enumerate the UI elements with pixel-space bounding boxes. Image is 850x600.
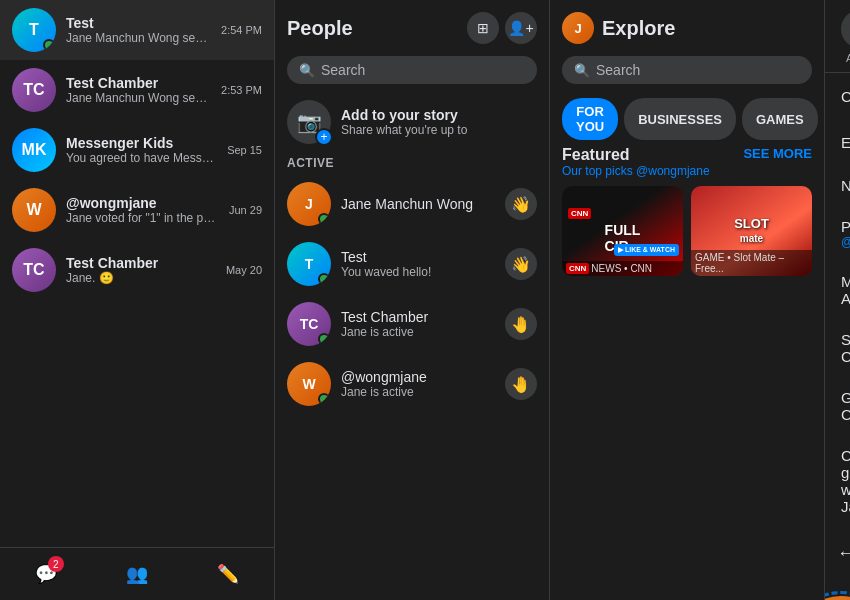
setting-label-pin-chat: Pin Chat @wongmjane <box>841 218 850 249</box>
action-icons-row: 🔊 Audio 📹 Video 👤 Profile 🔕 Mute <box>825 0 850 73</box>
setting-label-color: Color <box>841 88 850 105</box>
featured-header: Featured Our top picks @wongmjane SEE MO… <box>562 146 812 178</box>
add-story-avatar: 📷 + <box>287 100 331 144</box>
chat-info: @wongmjane Jane voted for "1" in the pol… <box>66 195 219 225</box>
chat-preview: Jane. 🙂 <box>66 271 216 285</box>
chat-name: Test Chamber <box>66 255 216 271</box>
nav-badge: 2 <box>48 556 64 572</box>
profile-avatar-container: J ⚡ <box>825 596 850 600</box>
chat-info: Test Chamber Jane. 🙂 <box>66 255 216 285</box>
setting-label-emoji: Emoji <box>841 134 850 151</box>
explore-header: J Explore <box>550 0 824 52</box>
nav-icon-people[interactable]: 👥 <box>119 556 155 592</box>
person-info: Test Chamber Jane is active <box>341 309 495 339</box>
active-label: ACTIVE <box>275 152 549 174</box>
tab-for-you[interactable]: FOR YOU <box>562 98 618 140</box>
slot-card-label: GAME • Slot Mate – Free... <box>691 250 812 276</box>
chat-preview: Jane Manchun Wong sent an actio... <box>66 91 211 105</box>
wave-btn[interactable]: 👋 <box>505 188 537 220</box>
chat-time: Jun 29 <box>229 204 262 216</box>
person-status: Jane is active <box>341 325 495 339</box>
online-dot <box>318 393 330 405</box>
tab-businesses[interactable]: BUSINESSES <box>624 98 736 140</box>
person-avatar: W <box>287 362 331 406</box>
chat-time: Sep 15 <box>227 144 262 156</box>
people-title: People <box>287 17 353 40</box>
chat-preview: You agreed to have Messenger Kids... <box>66 151 217 165</box>
bottom-nav: 💬2👥✏️ <box>0 547 274 600</box>
slot-card[interactable]: SLOTmate GAME • Slot Mate – Free... <box>691 186 812 276</box>
person-item[interactable]: J Jane Manchun Wong 👋 <box>275 174 549 234</box>
setting-nicknames[interactable]: Nicknames <box>833 165 849 206</box>
chat-item[interactable]: W @wongmjane Jane voted for "1" in the p… <box>0 180 274 240</box>
search-icon: 🔍 <box>299 63 315 78</box>
explore-content: Featured Our top picks @wongmjane SEE MO… <box>550 146 824 600</box>
people-header: People ⊞ 👤+ <box>275 0 549 52</box>
explore-search-input[interactable] <box>596 62 800 78</box>
setting-pin-chat[interactable]: Pin Chat @wongmjane 📌 <box>833 206 849 261</box>
chat-info: Messenger Kids You agreed to have Messen… <box>66 135 217 165</box>
action-circle-audio: 🔊 <box>841 10 850 48</box>
nav-icon-chat[interactable]: 💬2 <box>28 556 64 592</box>
online-dot <box>318 213 330 225</box>
chat-name: Test <box>66 15 211 31</box>
online-dot <box>318 273 330 285</box>
person-name: @wongmjane <box>341 369 495 385</box>
tab-games[interactable]: GAMES <box>742 98 818 140</box>
setting-color[interactable]: Color 🔵 <box>833 73 849 119</box>
person-status: Jane is active <box>341 385 495 399</box>
people-search-input[interactable] <box>321 62 525 78</box>
setting-emoji[interactable]: Emoji 👍 <box>833 119 849 165</box>
nav-icon-edit[interactable]: ✏️ <box>210 556 246 592</box>
person-item[interactable]: W @wongmjane Jane is active 🤚 <box>275 354 549 414</box>
explore-tabs: FOR YOUBUSINESSESGAMES <box>550 92 824 146</box>
person-status: You waved hello! <box>341 265 495 279</box>
person-item[interactable]: TC Test Chamber Jane is active 🤚 <box>275 294 549 354</box>
setting-label-nicknames: Nicknames <box>841 177 850 194</box>
featured-title: Featured <box>562 146 710 164</box>
action-audio[interactable]: 🔊 Audio <box>841 10 850 64</box>
chat-list-panel: T Test Jane Manchun Wong sent an actio..… <box>0 0 275 600</box>
setting-label-more-actions: More Actions <box>841 273 850 307</box>
chat-list: T Test Jane Manchun Wong sent an actio..… <box>0 0 274 547</box>
chat-item[interactable]: T Test Jane Manchun Wong sent an actio..… <box>0 0 274 60</box>
person-info: @wongmjane Jane is active <box>341 369 495 399</box>
person-item[interactable]: T Test You waved hello! 👋 <box>275 234 549 294</box>
setting-search[interactable]: Search in Conversation 🔍 <box>833 319 849 377</box>
setting-label-search: Search in Conversation <box>841 331 850 365</box>
explore-search-bar[interactable]: 🔍 <box>562 56 812 84</box>
setting-create-group[interactable]: Create group with Jane 👥 <box>833 435 849 527</box>
chat-preview: Jane voted for "1" in the poll: Test P..… <box>66 211 219 225</box>
setting-label-create-group: Create group with Jane <box>841 447 850 515</box>
featured-subtitle: Our top picks @wongmjane <box>562 164 710 178</box>
explore-search-icon: 🔍 <box>574 63 590 78</box>
grid-view-btn[interactable]: ⊞ <box>467 12 499 44</box>
cnn-card[interactable]: CNN FULLCIR... ▶ LIKE & WATCH CNN NEWS •… <box>562 186 683 276</box>
chat-item[interactable]: TC Test Chamber Jane Manchun Wong sent a… <box>0 60 274 120</box>
chat-avatar: T <box>12 8 56 52</box>
featured-cards: CNN FULLCIR... ▶ LIKE & WATCH CNN NEWS •… <box>562 186 812 276</box>
back-row[interactable]: ← Me <box>825 535 850 572</box>
person-avatar: TC <box>287 302 331 346</box>
explore-avatar: J <box>562 12 594 44</box>
setting-more-actions[interactable]: More Actions <box>833 261 849 319</box>
profile-section: J ⚡ Jane Manchun Wong <box>825 572 850 600</box>
chat-time: 2:53 PM <box>221 84 262 96</box>
people-search-bar[interactable]: 🔍 <box>287 56 537 84</box>
online-dot <box>318 333 330 345</box>
wave-btn[interactable]: 🤚 <box>505 308 537 340</box>
chat-item[interactable]: TC Test Chamber Jane. 🙂 May 20 <box>0 240 274 300</box>
wave-btn[interactable]: 🤚 <box>505 368 537 400</box>
setting-secret[interactable]: Go to Secret Conversation 🔒 <box>833 377 849 435</box>
person-name: Jane Manchun Wong <box>341 196 495 212</box>
see-more-btn[interactable]: SEE MORE <box>743 146 812 161</box>
add-story-item[interactable]: 📷 + Add to your story Share what you're … <box>275 92 549 152</box>
explore-title: Explore <box>602 17 675 40</box>
add-person-btn[interactable]: 👤+ <box>505 12 537 44</box>
people-section: People ⊞ 👤+ 🔍 📷 + Add to your story Shar… <box>275 0 550 600</box>
chat-avatar: MK <box>12 128 56 172</box>
wave-btn[interactable]: 👋 <box>505 248 537 280</box>
chat-item[interactable]: MK Messenger Kids You agreed to have Mes… <box>0 120 274 180</box>
person-name: Test Chamber <box>341 309 495 325</box>
person-avatar: T <box>287 242 331 286</box>
